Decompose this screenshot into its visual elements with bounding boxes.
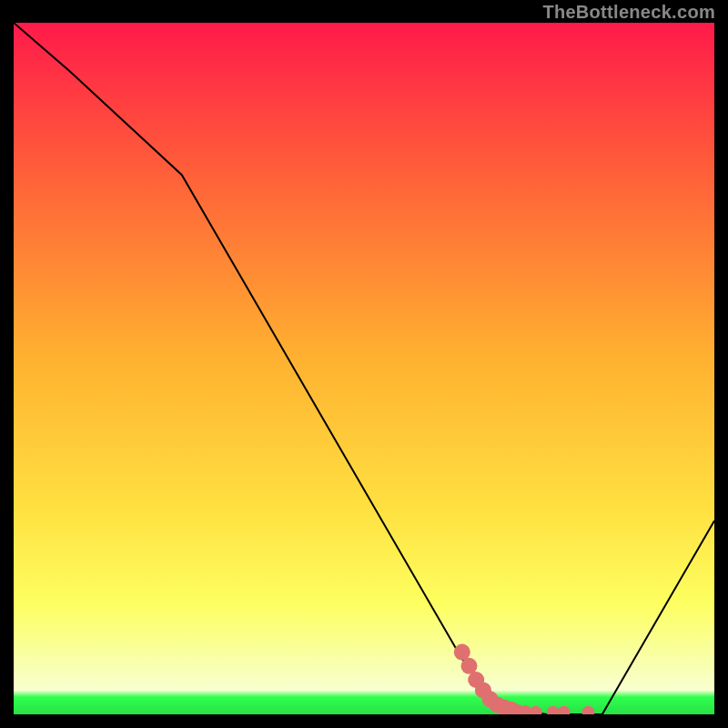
watermark-text: TheBottleneck.com (542, 2, 715, 23)
highlight-markers (454, 644, 595, 714)
marker-point (454, 644, 470, 661)
marker-point (530, 706, 542, 714)
chart-svg (14, 23, 714, 714)
plot-area (14, 23, 714, 714)
marker-point (461, 658, 478, 674)
marker-point (581, 706, 594, 714)
marker-point (558, 706, 571, 714)
bottleneck-curve (14, 23, 714, 714)
chart-container: TheBottleneck.com (0, 0, 728, 728)
